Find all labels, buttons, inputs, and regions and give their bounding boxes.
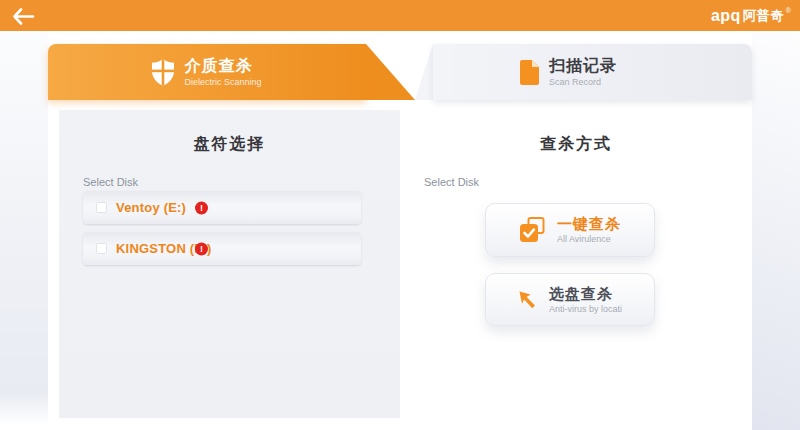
- shield-cross-icon: [152, 59, 174, 86]
- tab-scan-record-subtitle: Scan Record: [549, 77, 617, 87]
- disk-section-label: Select Disk: [83, 176, 138, 188]
- one-key-scan-title: 一键查杀: [557, 215, 621, 232]
- method-section-title: 查杀方式: [400, 110, 752, 155]
- tab-scan-record-slant: [415, 44, 433, 100]
- document-icon: [520, 60, 539, 85]
- app-window: apq 阿普奇 ® 介质查杀 Di: [0, 0, 800, 430]
- warning-exclamation-icon: !: [195, 201, 208, 214]
- disk-checkbox[interactable]: [96, 243, 107, 254]
- tab-media-scan-slant: [366, 44, 415, 100]
- registered-mark: ®: [786, 7, 791, 14]
- top-bar: apq 阿普奇 ®: [0, 0, 800, 31]
- tab-media-scan-title: 介质查杀: [184, 57, 261, 75]
- method-section-label: Select Disk: [424, 176, 479, 188]
- select-disk-scan-button[interactable]: 选盘查杀 Anti-virus by locati: [485, 273, 655, 326]
- tab-scan-record-title: 扫描记录: [549, 57, 617, 75]
- left-background-strip: [0, 31, 48, 423]
- arrow-up-left-icon: [518, 290, 538, 310]
- disk-selection-panel: 盘符选择 Select Disk Ventoy (E:) ! KINGSTON …: [59, 110, 400, 418]
- disk-name: Ventoy (E:): [116, 200, 186, 215]
- tab-media-scan[interactable]: 介质查杀 Dielectric Scanning: [48, 44, 366, 100]
- brand-logo-chinese: 阿普奇: [743, 7, 785, 25]
- select-disk-scan-title: 选盘查杀: [549, 285, 622, 302]
- back-button[interactable]: [12, 7, 38, 25]
- tab-media-scan-subtitle: Dielectric Scanning: [184, 77, 261, 87]
- disk-panel-title: 盘符选择: [59, 110, 400, 155]
- arrow-left-icon: [12, 8, 36, 25]
- one-key-scan-subtitle: All Avirulence: [557, 234, 621, 244]
- disk-row-kingston[interactable]: KINGSTON (F:) !: [83, 232, 361, 265]
- brand-logo-latin: apq: [711, 7, 741, 25]
- tab-scan-record[interactable]: 扫描记录 Scan Record: [433, 44, 752, 100]
- disk-row-ventoy[interactable]: Ventoy (E:) !: [83, 191, 361, 224]
- warning-exclamation-icon: !: [195, 242, 208, 255]
- disk-checkbox[interactable]: [96, 202, 107, 213]
- select-disk-scan-subtitle: Anti-virus by locati: [549, 304, 622, 314]
- right-background-strip: [752, 31, 800, 430]
- scan-method-section: 查杀方式 Select Disk 一键查杀 All Avirulence: [400, 110, 752, 418]
- check-all-icon: [519, 217, 546, 243]
- brand-logo: apq 阿普奇 ®: [711, 4, 791, 28]
- one-key-scan-button[interactable]: 一键查杀 All Avirulence: [485, 203, 655, 257]
